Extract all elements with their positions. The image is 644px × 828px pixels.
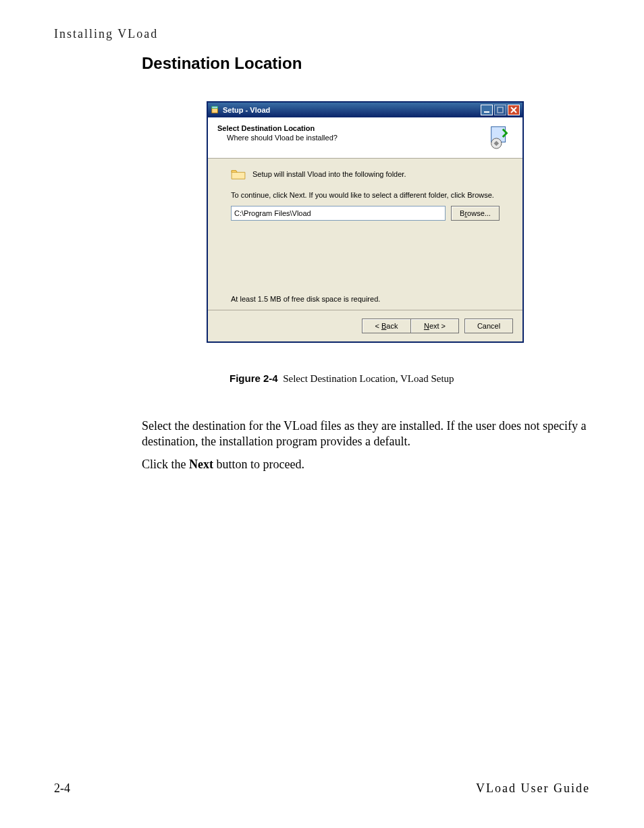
close-button[interactable]	[508, 105, 520, 115]
destination-path-input[interactable]	[231, 206, 446, 221]
dialog-body: Setup will install Vload into the follow…	[208, 159, 522, 310]
paragraph-2: Click the Next button to proceed.	[142, 457, 594, 472]
disk-space-note: At least 1.5 MB of free disk space is re…	[231, 295, 500, 303]
svg-rect-2	[484, 111, 489, 113]
paragraph-1: Select the destination for the VLoad fil…	[142, 418, 594, 450]
next-button[interactable]: Next >	[410, 319, 459, 333]
section-heading: Destination Location	[142, 54, 302, 73]
figure-caption: Figure 2-4 Select Destination Location, …	[230, 372, 454, 385]
dialog-footer: < Back Next > Cancel	[208, 310, 522, 341]
cancel-button[interactable]: Cancel	[464, 319, 513, 333]
installer-icon	[487, 124, 513, 150]
window-controls	[481, 105, 520, 115]
minimize-button[interactable]	[481, 105, 493, 115]
browse-button[interactable]: Browse...	[451, 206, 500, 221]
titlebar[interactable]: Setup - Vload	[208, 103, 522, 117]
svg-rect-1	[212, 107, 218, 109]
footer-doc-title: VLoad User Guide	[476, 781, 590, 796]
back-button[interactable]: < Back	[362, 319, 410, 333]
p2-post: button to proceed.	[213, 458, 304, 471]
setup-dialog: Setup - Vload Select Destination Locatio…	[207, 101, 524, 343]
svg-rect-3	[498, 107, 503, 113]
install-line: Setup will install Vload into the follow…	[252, 170, 406, 178]
back-post: ack	[386, 322, 398, 330]
figure-text: Select Destination Location, VLoad Setup	[283, 373, 454, 384]
browse-post: owse...	[467, 209, 491, 217]
folder-icon	[231, 168, 246, 180]
continue-line: To continue, click Next. If you would li…	[231, 191, 500, 199]
back-pre: <	[375, 322, 381, 330]
dialog-subtitle: Where should Vload be installed?	[217, 134, 487, 142]
maximize-button[interactable]	[494, 105, 506, 115]
next-mnemonic: N	[424, 322, 429, 330]
next-post: ext >	[429, 322, 446, 330]
body-text: Select the destination for the VLoad fil…	[142, 418, 594, 479]
dialog-header: Select Destination Location Where should…	[208, 117, 522, 159]
running-header: Installing VLoad	[54, 27, 158, 41]
p2-bold: Next	[189, 458, 213, 471]
dialog-title: Select Destination Location	[217, 124, 487, 132]
p2-pre: Click the	[142, 458, 189, 471]
page-number: 2-4	[54, 781, 70, 796]
window-title: Setup - Vload	[223, 106, 481, 114]
setup-icon	[211, 105, 220, 115]
figure-label: Figure 2-4	[230, 372, 278, 384]
